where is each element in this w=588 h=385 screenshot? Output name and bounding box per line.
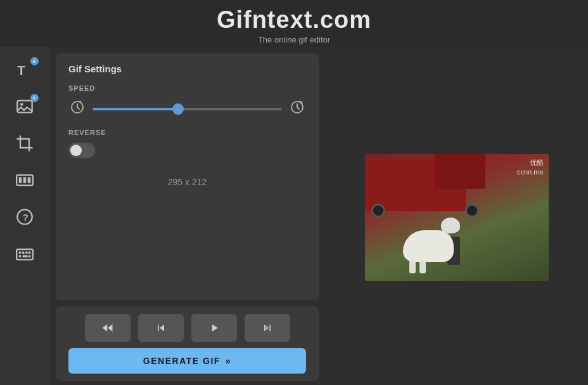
speed-slider[interactable] [93, 108, 282, 110]
right-panel: 优酷 ccnn.me [325, 47, 588, 385]
reverse-label: REVERSE [68, 129, 306, 136]
slow-speed-icon [68, 98, 86, 116]
sidebar-item-add-text[interactable]: T + [7, 53, 42, 86]
rewind-button[interactable] [85, 314, 131, 342]
site-subtitle: The online gif editor [0, 35, 588, 44]
dimensions-text: 295 x 212 [68, 177, 306, 187]
svg-rect-10 [18, 252, 21, 254]
toggle-knob [70, 145, 82, 156]
svg-rect-15 [22, 255, 27, 258]
add-image-plus-badge: + [30, 94, 39, 102]
dog-leg1 [409, 261, 416, 273]
gif-preview: 优酷 ccnn.me [365, 154, 549, 281]
svg-rect-9 [16, 249, 33, 259]
sidebar: T + + [0, 47, 49, 385]
sidebar-item-trim[interactable] [7, 164, 42, 197]
help-icon: ? [16, 208, 34, 226]
next-frame-button[interactable] [245, 314, 290, 342]
speed-slider-container [93, 101, 282, 113]
speed-row [68, 98, 306, 116]
generate-gif-icon: » [226, 356, 231, 366]
sidebar-item-add-image[interactable]: + [7, 90, 42, 123]
svg-rect-6 [27, 177, 30, 183]
crop-icon [16, 134, 34, 152]
rewind-icon [101, 322, 114, 334]
svg-rect-4 [18, 177, 22, 183]
generate-gif-button[interactable]: GENERATE GIF » [68, 348, 306, 374]
speed-label: SPEED [68, 84, 306, 92]
controls-row [68, 314, 306, 342]
fast-speed-icon [288, 98, 306, 116]
play-icon [208, 322, 220, 334]
reverse-toggle[interactable] [68, 143, 95, 158]
svg-text:?: ? [22, 212, 28, 223]
svg-rect-14 [18, 255, 21, 258]
header: Gifntext.com The online gif editor [0, 0, 588, 47]
reverse-section: REVERSE [68, 129, 306, 158]
truck-shape [365, 160, 466, 211]
watermark-line2: ccnn.me [517, 167, 544, 177]
gif-watermark: 优酷 ccnn.me [517, 158, 544, 178]
truck-wheel2 [465, 204, 479, 218]
svg-rect-16 [28, 255, 30, 258]
settings-title: Gif Settings [68, 63, 306, 74]
svg-text:T: T [17, 63, 25, 77]
playback-controls: GENERATE GIF » [56, 306, 319, 381]
svg-rect-11 [22, 252, 24, 254]
dog-shape [403, 230, 454, 262]
generate-gif-label: GENERATE GIF [143, 356, 220, 366]
trim-icon [16, 171, 34, 189]
keyboard-icon [16, 245, 34, 263]
dog-head [441, 218, 460, 233]
sidebar-item-crop[interactable] [7, 127, 42, 160]
main-layout: T + + [0, 47, 588, 385]
svg-point-2 [20, 103, 23, 106]
dog-leg2 [419, 261, 426, 273]
settings-card: Gif Settings SPEED [56, 53, 319, 300]
next-frame-icon [261, 322, 274, 334]
svg-rect-5 [23, 177, 26, 183]
add-text-plus-badge: + [30, 57, 39, 65]
sidebar-item-keyboard[interactable] [7, 237, 42, 270]
prev-frame-button[interactable] [138, 314, 184, 342]
svg-rect-1 [17, 101, 32, 113]
truck-wheel1 [371, 204, 385, 218]
svg-rect-13 [28, 252, 30, 254]
play-button[interactable] [191, 314, 237, 342]
svg-rect-12 [25, 252, 27, 254]
watermark-line1: 优酷 [517, 158, 544, 167]
prev-frame-icon [155, 322, 167, 334]
truck-cabin [435, 154, 485, 189]
center-panel: Gif Settings SPEED [49, 47, 325, 385]
gif-preview-inner: 优酷 ccnn.me [365, 154, 549, 281]
sidebar-item-help[interactable]: ? [7, 200, 42, 233]
toggle-container [68, 143, 306, 158]
site-title: Gifntext.com [0, 6, 588, 34]
